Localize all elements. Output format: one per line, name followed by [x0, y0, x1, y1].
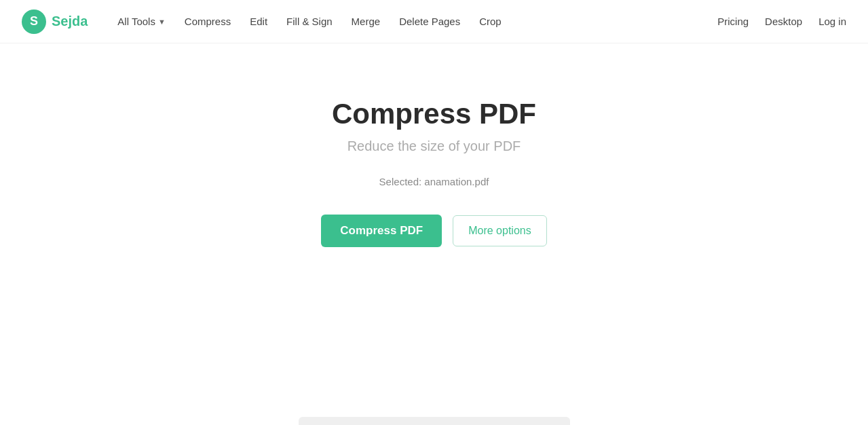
selected-file-label: Selected: anamation.pdf — [379, 176, 489, 187]
header-right: Pricing Desktop Log in — [717, 16, 846, 27]
nav-item-merge[interactable]: Merge — [343, 10, 389, 33]
desktop-link[interactable]: Desktop — [765, 16, 802, 27]
nav-item-edit[interactable]: Edit — [242, 10, 276, 33]
action-row: Compress PDF More options — [321, 215, 546, 247]
nav-item-compress[interactable]: Compress — [176, 10, 239, 33]
more-options-button[interactable]: More options — [453, 215, 547, 246]
page-title: Compress PDF — [332, 98, 536, 130]
logo-icon: S — [22, 10, 46, 34]
chevron-down-icon: ▼ — [158, 18, 166, 26]
logo[interactable]: S Sejda — [22, 10, 88, 34]
nav-item-all-tools[interactable]: All Tools ▼ — [109, 10, 173, 33]
header-left: S Sejda All Tools ▼ Compress Edit Fill &… — [22, 10, 510, 34]
nav-item-crop[interactable]: Crop — [471, 10, 510, 33]
logo-text: Sejda — [52, 14, 88, 29]
page-subtitle: Reduce the size of your PDF — [347, 138, 521, 154]
bottom-bar — [299, 417, 570, 425]
compress-pdf-button[interactable]: Compress PDF — [321, 215, 442, 247]
pricing-link[interactable]: Pricing — [717, 16, 749, 27]
login-link[interactable]: Log in — [818, 16, 846, 27]
nav-item-fill-sign[interactable]: Fill & Sign — [278, 10, 341, 33]
header: S Sejda All Tools ▼ Compress Edit Fill &… — [0, 0, 868, 43]
main-content: Compress PDF Reduce the size of your PDF… — [0, 43, 868, 247]
nav-item-delete-pages[interactable]: Delete Pages — [391, 10, 468, 33]
main-nav: All Tools ▼ Compress Edit Fill & Sign Me… — [109, 10, 509, 33]
